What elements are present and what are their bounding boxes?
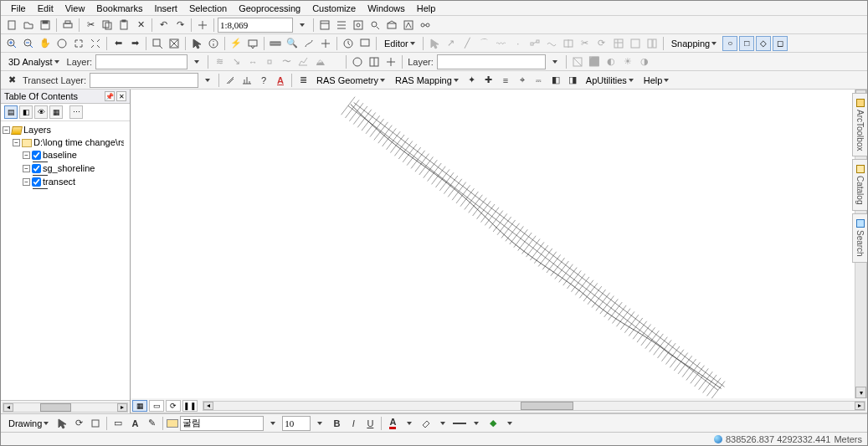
ras-geometry-menu[interactable]: RAS Geometry	[312, 74, 389, 86]
data-view-tab-icon[interactable]: ▦	[132, 400, 147, 412]
toc-layer-row[interactable]: − baseline	[3, 149, 128, 161]
ras-tool3-icon[interactable]: ≡	[498, 73, 513, 88]
swipe2-icon[interactable]: ⬛	[587, 54, 602, 69]
ras-tool6-icon[interactable]: ◧	[548, 73, 563, 88]
line-color-icon[interactable]	[452, 416, 467, 431]
collapse-icon[interactable]: −	[23, 165, 30, 172]
analyst-layer-combo[interactable]	[95, 54, 187, 69]
ras-tool4-icon[interactable]: ⌖	[515, 73, 530, 88]
scroll-left-icon[interactable]: ◂	[3, 403, 13, 412]
catalog-window-icon[interactable]	[351, 18, 366, 33]
transect-dropdown-icon[interactable]	[200, 73, 215, 88]
trace-icon[interactable]: 〰	[494, 36, 509, 51]
toc-list-by-visibility-icon[interactable]: 👁	[34, 105, 48, 119]
los-icon[interactable]: ↔	[245, 54, 260, 69]
map-canvas[interactable]: ▴ ▾	[131, 90, 867, 398]
paste-icon[interactable]	[116, 18, 131, 33]
menu-file[interactable]: File	[6, 3, 31, 14]
toc-root-row[interactable]: − Layers	[3, 124, 128, 136]
ras-mapping-menu[interactable]: RAS Mapping	[391, 74, 463, 86]
split-icon[interactable]: ✂	[578, 36, 593, 51]
edit-vertices-draw-icon[interactable]: ✎	[144, 416, 159, 431]
html-popup-icon[interactable]	[245, 36, 260, 51]
scale-combo[interactable]	[218, 18, 293, 33]
effects-layer-combo[interactable]	[437, 54, 546, 69]
edit-tool-icon[interactable]	[427, 36, 442, 51]
new-rectangle-icon[interactable]: ▭	[110, 416, 126, 431]
edit-vertices-icon[interactable]	[527, 36, 542, 51]
delete-icon[interactable]: ✕	[133, 18, 148, 33]
interpolate-line-icon[interactable]: 〜	[279, 54, 294, 69]
open-icon[interactable]	[21, 18, 36, 33]
collapse-icon[interactable]: −	[23, 178, 30, 186]
font-color-dropdown-icon[interactable]	[402, 416, 417, 431]
effects-dropdown-icon[interactable]	[547, 54, 562, 69]
zoom-to-elements-icon[interactable]	[88, 416, 103, 431]
rasgeom-icon[interactable]: ≣	[295, 73, 311, 88]
menu-windows[interactable]: Windows	[362, 3, 410, 14]
rotate-icon[interactable]: ⟳	[594, 36, 609, 51]
measure-icon[interactable]	[268, 36, 283, 51]
create-viewer-icon[interactable]	[357, 36, 372, 51]
select-features-icon[interactable]	[150, 36, 165, 51]
goto-xy-icon[interactable]	[318, 36, 333, 51]
skyline-icon[interactable]: ⛰	[312, 54, 327, 69]
fill-color-dropdown-icon[interactable]	[435, 416, 450, 431]
toc-layer-row[interactable]: − sg_shoreline	[3, 162, 128, 175]
cut-icon[interactable]: ✂	[83, 18, 98, 33]
toc-hscroll[interactable]: ◂ ▸	[3, 402, 128, 413]
menu-help[interactable]: Help	[412, 3, 441, 14]
new-icon[interactable]	[4, 18, 19, 33]
toc-pin-icon[interactable]: 📌	[105, 91, 115, 101]
clip-icon[interactable]: ?	[256, 73, 271, 88]
new-text-icon[interactable]: A	[127, 416, 142, 431]
ras-tool2-icon[interactable]: ✚	[481, 73, 496, 88]
fixed-zoom-out-icon[interactable]	[88, 36, 103, 51]
redo-icon[interactable]: ↷	[172, 18, 187, 33]
menu-geoprocessing[interactable]: Geoprocessing	[234, 3, 306, 14]
zoom-in-icon[interactable]	[4, 36, 19, 51]
toc-close-icon[interactable]: ✕	[116, 91, 126, 101]
transparency-icon[interactable]	[570, 54, 585, 69]
aputilities-menu[interactable]: ApUtilities	[582, 74, 638, 86]
underline-icon[interactable]: U	[362, 416, 378, 431]
marker-color-dropdown-icon[interactable]	[502, 416, 517, 431]
search-tab[interactable]: Search	[852, 213, 867, 263]
font-combo[interactable]	[180, 416, 264, 431]
clear-selection-icon[interactable]	[167, 36, 182, 51]
print-icon[interactable]	[60, 18, 75, 33]
font-size-combo[interactable]	[282, 416, 311, 431]
swipe-icon[interactable]	[367, 54, 382, 69]
scroll-thumb[interactable]	[521, 402, 573, 410]
attributes-icon[interactable]	[611, 36, 626, 51]
dim-icon[interactable]: ◑	[637, 54, 652, 69]
effects-layer-icon[interactable]	[350, 54, 365, 69]
pan-icon[interactable]: ✋	[38, 36, 53, 51]
sketch-props-icon[interactable]	[628, 36, 643, 51]
toc-list-by-selection-icon[interactable]: ▦	[49, 105, 63, 119]
size-dropdown-icon[interactable]	[312, 416, 327, 431]
transect-layer-combo[interactable]	[90, 73, 198, 88]
straight-segment-icon[interactable]: ╱	[460, 36, 475, 51]
line-color-dropdown-icon[interactable]	[469, 416, 484, 431]
rotate-element-icon[interactable]: ⟳	[71, 416, 86, 431]
toc-folder-row[interactable]: − D:\long time change\rs\	[3, 136, 128, 149]
layer-visibility-checkbox[interactable]	[32, 164, 41, 173]
python-window-icon[interactable]	[401, 18, 416, 33]
edit-annotation-icon[interactable]: ↗	[444, 36, 459, 51]
save-icon[interactable]	[38, 18, 53, 33]
menu-edit[interactable]: Edit	[33, 3, 59, 14]
analyst-dropdown-icon[interactable]	[189, 54, 204, 69]
select-elements-icon[interactable]	[54, 416, 69, 431]
toc-list-by-drawing-order-icon[interactable]: ▤	[4, 105, 18, 119]
collapse-icon[interactable]: −	[3, 126, 10, 134]
find-route-icon[interactable]	[301, 36, 316, 51]
forward-extent-icon[interactable]: ➡	[127, 36, 142, 51]
snapping-menu[interactable]: Snapping	[667, 38, 722, 49]
ras-help-menu[interactable]: Help	[639, 74, 674, 86]
scroll-left-icon[interactable]: ◂	[203, 402, 213, 410]
select-elements-icon[interactable]	[189, 36, 204, 51]
toc-layer-row[interactable]: − transect	[3, 176, 128, 188]
contrast-icon[interactable]: ◐	[603, 54, 619, 69]
ico-a-icon[interactable]: A	[273, 73, 288, 88]
